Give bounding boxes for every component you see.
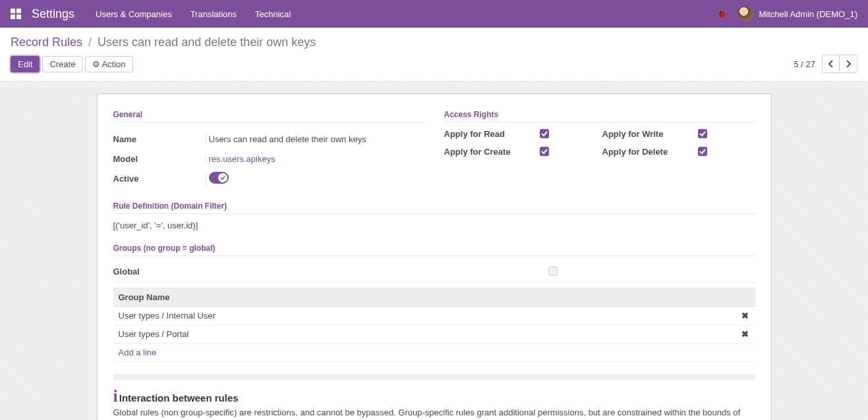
label-create: Apply for Create [444, 147, 540, 157]
value-name: Users can read and delete their own keys [206, 134, 424, 144]
user-name: Mitchell Admin (DEMO_1) [759, 9, 857, 19]
section-rule-def: Rule Definition (Domain Filter) [113, 201, 755, 214]
domain-value: [('user_id', '=', user.id)] [113, 221, 755, 230]
nav-technical[interactable]: Technical [255, 9, 291, 19]
top-navbar: Settings Users & Companies Translations … [0, 0, 868, 28]
user-menu[interactable]: Mitchell Admin (DEMO_1) [738, 6, 857, 22]
section-access-rights: Access Rights [444, 110, 755, 122]
separator [113, 374, 755, 381]
label-active: Active [113, 174, 206, 184]
cb-global[interactable] [548, 267, 558, 276]
table-row: Add a line [113, 344, 755, 362]
info-title: Interaction between rules [119, 392, 239, 404]
nav-users-companies[interactable]: Users & Companies [96, 9, 172, 19]
label-name: Name [113, 134, 206, 144]
control-panel: Record Rules / Users can read and delete… [0, 28, 868, 82]
add-line-link[interactable]: Add a line [119, 348, 157, 357]
pager-prev[interactable] [823, 55, 840, 72]
gear-icon: ⚙ [92, 59, 100, 69]
edit-button[interactable]: Edit [11, 56, 40, 72]
apps-icon[interactable] [11, 9, 21, 19]
label-read: Apply for Read [444, 129, 540, 139]
cb-delete[interactable] [698, 147, 707, 156]
pager-next[interactable] [840, 55, 857, 72]
app-brand[interactable]: Settings [32, 7, 74, 21]
nav-translations[interactable]: Translations [190, 9, 237, 19]
section-groups: Groups (no group = global) [113, 244, 755, 256]
groups-table: Group Name User types / Internal User ✖ … [113, 288, 755, 362]
delete-row-icon[interactable]: ✖ [736, 325, 755, 344]
section-general: General [113, 110, 424, 122]
breadcrumb-parent[interactable]: Record Rules [11, 36, 82, 49]
info-text: Global rules (non group-specific) are re… [113, 406, 755, 420]
cb-create[interactable] [540, 147, 549, 156]
pager-counter[interactable]: 5 / 27 [794, 59, 815, 69]
avatar [738, 6, 753, 22]
form-sheet: General Name Users can read and delete t… [97, 93, 772, 420]
value-model[interactable]: res.users.apikeys [209, 154, 275, 164]
breadcrumb-current: Users can read and delete their own keys [98, 36, 316, 49]
label-write: Apply for Write [602, 129, 698, 139]
active-toggle[interactable] [209, 172, 229, 184]
action-button[interactable]: ⚙Action [85, 56, 132, 72]
info-icon: i [113, 390, 118, 404]
label-global: Global [113, 267, 548, 278]
col-group-name: Group Name [113, 288, 736, 307]
breadcrumb: Record Rules / Users can read and delete… [11, 36, 857, 49]
content-area: General Name Users can read and delete t… [0, 82, 868, 420]
create-button[interactable]: Create [42, 56, 82, 72]
table-row[interactable]: User types / Internal User ✖ [113, 307, 755, 325]
debug-icon[interactable]: 🐞 [716, 9, 727, 19]
delete-row-icon[interactable]: ✖ [736, 307, 755, 325]
cb-write[interactable] [698, 129, 707, 138]
table-row[interactable]: User types / Portal ✖ [113, 325, 755, 344]
label-delete: Apply for Delete [602, 147, 698, 157]
cb-read[interactable] [540, 129, 549, 138]
label-model: Model [113, 154, 206, 164]
